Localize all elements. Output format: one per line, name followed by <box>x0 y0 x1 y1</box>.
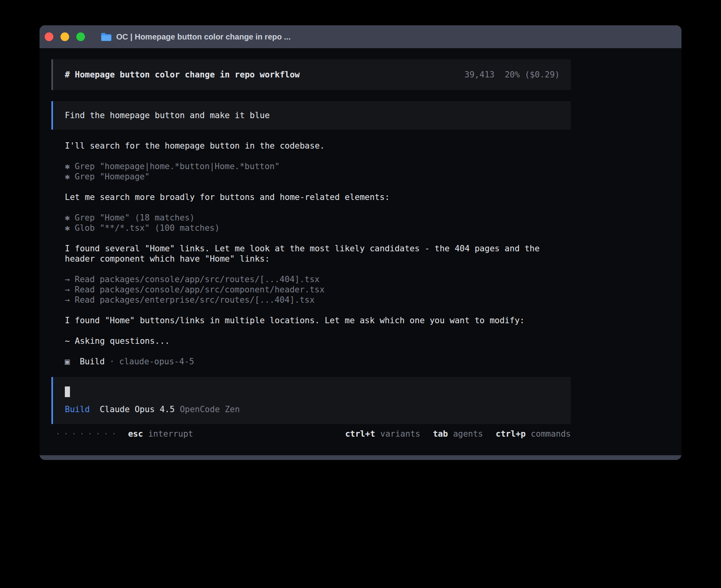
terminal-window: OC | Homepage button color change in rep… <box>40 25 681 460</box>
status-bar-left: ········ esc interrupt <box>55 429 193 439</box>
title-bar[interactable]: OC | Homepage button color change in rep… <box>40 25 681 48</box>
provider-label: OpenCode Zen <box>180 405 240 414</box>
tool-call-group: ✱Grep "Home" (18 matches) ✱Glob "**/*.ts… <box>65 213 571 233</box>
spinner-dots-icon: ········ <box>55 429 119 439</box>
session-stats: 39,413 20% ($0.29) <box>464 70 560 80</box>
tool-call-line: ✱Grep "Homepage" <box>65 172 571 182</box>
user-message-text: Find the homepage button and make it blu… <box>65 111 270 120</box>
status-bar-right: ctrl+t variants tab agents ctrl+p comman… <box>345 429 571 439</box>
agent-status: ▣ Build · claude-opus-4-5 <box>65 356 571 367</box>
tool-call-text: Read packages/console/app/src/routes/[..… <box>75 275 320 284</box>
status-bar: ········ esc interrupt ctrl+t variants t… <box>51 429 571 439</box>
tool-call-line: ✱Grep "homepage|home.*button|Home.*butto… <box>65 161 571 172</box>
assistant-status-text: ~ Asking questions... <box>65 336 571 346</box>
shortcut-key: tab <box>433 429 448 439</box>
tool-call-line: ✱Glob "**/*.tsx" (100 matches) <box>65 223 571 233</box>
conversation: I'll search for the homepage button in t… <box>65 141 571 367</box>
tool-call-line: →Read packages/console/app/src/routes/[.… <box>65 274 571 285</box>
agent-name: Build <box>80 356 105 367</box>
shortcut-commands: ctrl+p commands <box>496 429 571 439</box>
session-header: # Homepage button color change in repo w… <box>51 59 571 90</box>
active-model-label: Claude Opus 4.5 <box>100 405 175 414</box>
tool-call-text: Read packages/enterprise/src/routes/[...… <box>75 295 315 305</box>
tool-call-group: →Read packages/console/app/src/routes/[.… <box>65 274 571 305</box>
assistant-text: I found "Home" buttons/links in multiple… <box>65 315 571 326</box>
assistant-text: Let me search more broadly for buttons a… <box>65 192 571 202</box>
window-title: OC | Homepage button color change in rep… <box>116 32 291 41</box>
prompt-input[interactable]: BuildClaude Opus 4.5OpenCode Zen <box>51 377 571 424</box>
shortcut-agents: tab agents <box>433 429 483 439</box>
close-button[interactable] <box>45 32 53 41</box>
tool-call-line: →Read packages/enterprise/src/routes/[..… <box>65 295 571 305</box>
assistant-text: I found several "Home" links. Let me loo… <box>65 243 571 264</box>
assistant-message: ~ Asking questions... <box>65 336 571 346</box>
context-usage: 20% ($0.29) <box>505 70 560 80</box>
shortcut-label: agents <box>453 429 483 439</box>
separator-dot: · <box>109 356 115 367</box>
assistant-text: I'll search for the homepage button in t… <box>65 141 571 151</box>
active-agent-label[interactable]: Build <box>65 405 90 414</box>
tool-call-text: Grep "Homepage" <box>75 172 150 181</box>
agent-part-icon: ▣ <box>65 356 70 367</box>
assistant-message: I found "Home" buttons/links in multiple… <box>65 315 571 326</box>
asterisk-icon: ✱ <box>65 172 75 182</box>
text-cursor <box>65 386 70 397</box>
shortcut-variants: ctrl+t variants <box>345 429 420 439</box>
user-message: Find the homepage button and make it blu… <box>51 101 571 130</box>
arrow-right-icon: → <box>65 274 75 285</box>
esc-label: interrupt <box>148 429 193 439</box>
tool-call-group: ✱Grep "homepage|home.*button|Home.*butto… <box>65 161 571 182</box>
tool-call-text: Glob "**/*.tsx" (100 matches) <box>75 223 220 233</box>
session-content: # Homepage button color change in repo w… <box>40 48 681 439</box>
tool-call-text: Grep "Home" (18 matches) <box>75 213 194 222</box>
esc-key: esc <box>128 429 143 439</box>
minimize-button[interactable] <box>60 32 69 41</box>
zoom-button[interactable] <box>76 32 85 41</box>
session-title: # Homepage button color change in repo w… <box>65 70 300 80</box>
agent-model: claude-opus-4-5 <box>119 356 194 367</box>
tool-call-text: Grep "homepage|home.*button|Home.*button… <box>75 162 279 171</box>
input-status-row: BuildClaude Opus 4.5OpenCode Zen <box>65 404 559 415</box>
tool-call-line: ✱Grep "Home" (18 matches) <box>65 213 571 223</box>
arrow-right-icon: → <box>65 295 75 305</box>
assistant-message: I found several "Home" links. Let me loo… <box>65 243 571 264</box>
shortcut-label: commands <box>531 429 571 439</box>
asterisk-icon: ✱ <box>65 213 75 223</box>
arrow-right-icon: → <box>65 285 75 295</box>
shortcut-key: ctrl+t <box>345 429 375 439</box>
asterisk-icon: ✱ <box>65 223 75 233</box>
terminal-screen: # Homepage button color change in repo w… <box>40 48 681 455</box>
shortcut-label: variants <box>380 429 420 439</box>
asterisk-icon: ✱ <box>65 161 75 172</box>
tool-call-line: →Read packages/console/app/src/component… <box>65 285 571 295</box>
folder-icon <box>101 33 111 41</box>
tool-call-text: Read packages/console/app/src/component/… <box>75 285 325 294</box>
assistant-message: I'll search for the homepage button in t… <box>65 141 571 151</box>
token-count: 39,413 <box>464 70 495 80</box>
assistant-message: Let me search more broadly for buttons a… <box>65 192 571 202</box>
shortcut-key: ctrl+p <box>496 429 526 439</box>
